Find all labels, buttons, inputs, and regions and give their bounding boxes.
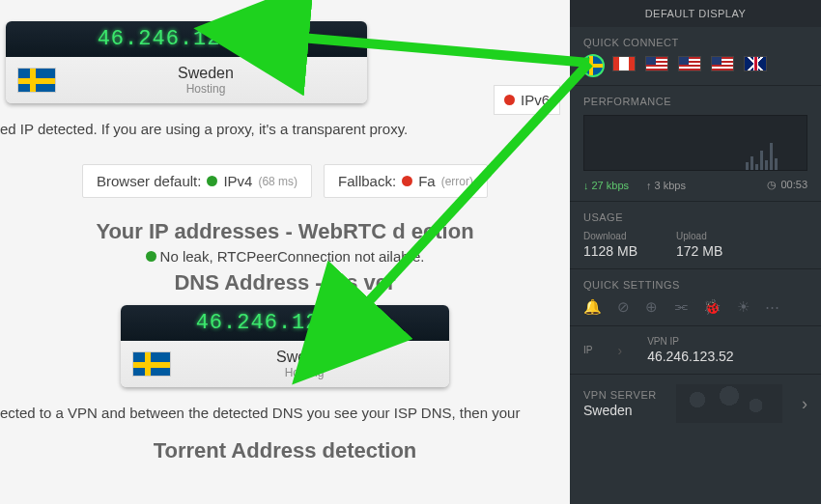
status-dot-green-icon <box>146 251 156 262</box>
sidebar-header: DEFAULT DISPLAY <box>570 0 821 27</box>
vpnserver-label: VPN SERVER <box>583 389 657 401</box>
ipv4-latency: (68 ms) <box>258 175 297 188</box>
fallback-fail: Fa <box>418 173 436 189</box>
globe-icon[interactable]: ⊕ <box>645 298 658 316</box>
world-map-icon <box>676 384 782 423</box>
flag-us-button[interactable] <box>645 56 668 71</box>
torrent-section-title: Torrent Address detection <box>0 438 570 463</box>
webrtc-section-title: Your IP addresses - WebRTC d ection <box>0 219 570 244</box>
ip-section: IP › VPN IP 46.246.123.52 <box>570 326 821 375</box>
status-dot-green-icon <box>207 176 217 186</box>
vpnip-label: VPN IP <box>647 336 734 347</box>
dns-card: 46.246.123.52 Sweden Hosting <box>121 305 449 387</box>
fallback-pill: Fallback: Fa (error) <box>324 164 488 198</box>
bug-icon[interactable]: 🐞 <box>703 298 722 316</box>
main-content: 46.246.123.52 Sweden Hosting IPv6 ed IP … <box>0 0 570 504</box>
ip-card: 46.246.123.52 Sweden Hosting <box>6 21 367 103</box>
usage-label: USAGE <box>583 211 807 223</box>
status-dot-red-icon <box>504 95 515 105</box>
performance-section: PERFORMANCE 27 kbps 3 kbps 00:53 <box>570 86 821 202</box>
proxy-detection-text: ed IP detected. If you are using a proxy… <box>0 121 570 137</box>
chevron-right-icon: › <box>617 343 622 358</box>
flag-us-button[interactable] <box>678 56 701 71</box>
vpnserver-value: Sweden <box>583 403 657 418</box>
dns-section-title: DNS Address - 1 s ver <box>0 270 570 295</box>
upload-value: 172 MB <box>676 243 722 259</box>
ip-label: IP <box>583 345 592 355</box>
sweden-flag-icon <box>132 351 171 377</box>
bell-icon[interactable]: 🔔 <box>583 298 602 316</box>
browser-default-row: Browser default: IPv4 (68 ms) Fallback: … <box>0 164 570 198</box>
dns-type: Hosting <box>171 366 438 379</box>
chevron-right-icon: › <box>802 394 807 414</box>
dns-country: Sweden <box>171 349 438 366</box>
brightness-icon[interactable]: ☀ <box>737 298 750 316</box>
flag-canada-button[interactable] <box>612 56 636 71</box>
download-label: Download <box>583 231 637 241</box>
connection-timer: 00:53 <box>767 179 807 191</box>
quick-settings-section: QUICK SETTINGS 🔔 ⊘ ⊕ ⫘ 🐞 ☀ ⋯ <box>570 269 821 326</box>
download-speed: 27 kbps <box>583 180 629 191</box>
shield-icon[interactable]: ⊘ <box>617 298 630 316</box>
quick-connect-label: QUICK CONNECT <box>583 37 807 48</box>
quick-connect-flags <box>583 56 807 75</box>
network-icon[interactable]: ⫘ <box>673 298 688 316</box>
upload-label: Upload <box>676 231 722 241</box>
more-icon[interactable]: ⋯ <box>765 298 779 316</box>
ipv4-label: IPv4 <box>223 173 252 189</box>
status-dot-red-icon <box>402 176 412 186</box>
sweden-flag-icon <box>17 68 56 93</box>
vpn-server-section[interactable]: VPN SERVER Sweden › <box>570 375 821 433</box>
vpn-sidebar: DEFAULT DISPLAY QUICK CONNECT PERFORMANC… <box>570 0 821 504</box>
quick-connect-section: QUICK CONNECT <box>570 27 821 86</box>
performance-chart <box>583 115 807 171</box>
upload-speed: 3 kbps <box>646 180 686 191</box>
vpn-detection-text: ected to a VPN and between the detected … <box>0 405 570 421</box>
flag-sweden-button[interactable] <box>583 56 603 75</box>
vpnip-value: 46.246.123.52 <box>647 349 734 364</box>
download-value: 1128 MB <box>583 243 637 259</box>
ip-type: Hosting <box>56 82 355 96</box>
usage-section: USAGE Download 1128 MB Upload 172 MB <box>570 202 821 269</box>
dns-ip-value: 46.246.123.52 <box>121 305 449 341</box>
fallback-error: (error) <box>441 175 473 188</box>
quick-settings-label: QUICK SETTINGS <box>583 279 807 291</box>
ipv6-label: IPv6 <box>521 92 550 108</box>
flag-uk-button[interactable] <box>744 56 767 71</box>
flag-us-button[interactable] <box>711 56 734 71</box>
ip-country: Sweden <box>56 65 355 82</box>
fallback-label: Fallback: <box>338 173 396 189</box>
ipv6-badge: IPv6 <box>494 85 560 115</box>
webrtc-noleak-text: No leak, RTCPeerConnection not ailable. <box>0 248 570 265</box>
browser-default-label: Browser default: <box>97 173 201 189</box>
ip-address-value: 46.246.123.52 <box>6 21 367 57</box>
browser-default-pill: Browser default: IPv4 (68 ms) <box>82 164 312 198</box>
performance-label: PERFORMANCE <box>583 96 807 107</box>
